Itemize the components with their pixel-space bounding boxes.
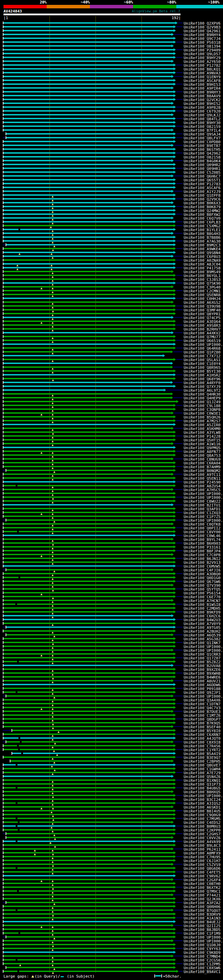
- hit-bar[interactable]: [3, 420, 173, 422]
- hit-bar[interactable]: [3, 183, 173, 184]
- hit-bar[interactable]: [3, 344, 173, 345]
- hit-bar[interactable]: [3, 898, 173, 899]
- hit-bar[interactable]: [6, 902, 173, 903]
- hit-bar[interactable]: [3, 30, 173, 31]
- hit-bar[interactable]: [3, 271, 172, 272]
- hit-bar[interactable]: [3, 145, 172, 146]
- hit-bar[interactable]: [3, 531, 173, 532]
- hit-bar[interactable]: [3, 860, 173, 861]
- hit-bar[interactable]: [3, 932, 173, 934]
- hit-bar[interactable]: [3, 940, 172, 942]
- hit-bar[interactable]: [6, 695, 172, 697]
- hit-bar[interactable]: [3, 229, 173, 230]
- hit-bar[interactable]: [3, 493, 173, 494]
- hit-bar[interactable]: [3, 80, 173, 81]
- hit-bar[interactable]: [3, 252, 173, 253]
- hit-bar[interactable]: [3, 167, 173, 169]
- hit-label[interactable]: UniRef100_B9AVC1: [184, 970, 221, 974]
- hit-bar[interactable]: [3, 49, 173, 51]
- hit-bar[interactable]: [3, 963, 173, 964]
- hit-bar[interactable]: [3, 565, 173, 566]
- hit-bar[interactable]: [3, 527, 173, 528]
- hit-bar[interactable]: [3, 22, 175, 24]
- hit-bar[interactable]: [3, 232, 172, 234]
- hit-bar[interactable]: [3, 95, 173, 96]
- hit-bar[interactable]: [3, 703, 173, 704]
- hit-bar[interactable]: [3, 256, 172, 257]
- hit-bar[interactable]: [3, 156, 173, 158]
- hit-bar[interactable]: [6, 519, 173, 521]
- hit-bar[interactable]: [3, 447, 173, 448]
- hit-bar[interactable]: [3, 267, 173, 268]
- hit-bar[interactable]: [3, 435, 173, 437]
- hit-bar[interactable]: [3, 129, 172, 131]
- hit-bar[interactable]: [3, 389, 164, 391]
- hit-bar[interactable]: [3, 57, 173, 58]
- hit-bar[interactable]: [3, 951, 173, 953]
- hit-bar[interactable]: [3, 722, 173, 724]
- hit-bar[interactable]: [3, 546, 173, 547]
- hit-bar[interactable]: [3, 38, 173, 39]
- hit-bar[interactable]: [3, 894, 172, 896]
- hit-bar[interactable]: [3, 275, 173, 276]
- hit-bar[interactable]: [3, 841, 173, 842]
- hit-bar[interactable]: [3, 890, 173, 892]
- hit-bar[interactable]: [3, 103, 172, 104]
- hit-bar[interactable]: [3, 584, 172, 586]
- hit-bar[interactable]: [3, 573, 173, 574]
- hit-bar[interactable]: [3, 347, 173, 349]
- hit-bar[interactable]: [3, 523, 172, 525]
- hit-bar[interactable]: [3, 948, 173, 949]
- hit-bar[interactable]: [3, 378, 173, 379]
- hit-bar[interactable]: [3, 385, 173, 387]
- hit-bar[interactable]: [3, 867, 173, 869]
- hit-bar[interactable]: [3, 213, 173, 215]
- hit-bar[interactable]: [3, 558, 173, 559]
- hit-bar[interactable]: [3, 259, 173, 261]
- hit-bar[interactable]: [3, 282, 173, 284]
- hit-bar[interactable]: [3, 290, 173, 291]
- hit-bar[interactable]: [3, 508, 173, 509]
- hit-bar[interactable]: [3, 745, 173, 746]
- hit-bar[interactable]: [3, 764, 173, 765]
- hit-bar[interactable]: [3, 187, 173, 188]
- hit-bar[interactable]: [3, 749, 173, 750]
- hit-bar[interactable]: [3, 959, 173, 961]
- hit-bar[interactable]: [3, 225, 173, 226]
- hit-bar[interactable]: [3, 672, 173, 674]
- hit-bar[interactable]: [3, 592, 173, 593]
- hit-bar[interactable]: [3, 852, 173, 853]
- hit-bar[interactable]: [3, 864, 172, 865]
- hit-bar[interactable]: [3, 802, 173, 804]
- hit-bar[interactable]: [3, 649, 172, 651]
- hit-bar[interactable]: [3, 913, 173, 915]
- hit-bar[interactable]: [3, 221, 173, 223]
- hit-bar[interactable]: [3, 783, 173, 784]
- hit-bar[interactable]: [6, 627, 173, 628]
- hit-bar[interactable]: [3, 829, 173, 830]
- hit-bar[interactable]: [3, 191, 172, 192]
- hit-bar[interactable]: [3, 485, 173, 486]
- hit-bar[interactable]: [3, 611, 173, 612]
- hit-bar[interactable]: [3, 707, 173, 708]
- hit-bar[interactable]: [3, 756, 173, 758]
- hit-bar[interactable]: [3, 412, 172, 414]
- hit-bar[interactable]: [3, 653, 173, 655]
- hit-bar[interactable]: [3, 806, 172, 808]
- hit-bar[interactable]: [3, 68, 173, 70]
- hit-bar[interactable]: [3, 397, 171, 398]
- hit-bar[interactable]: [3, 236, 173, 238]
- hit-bar[interactable]: [3, 642, 173, 643]
- hit-bar[interactable]: [6, 967, 173, 968]
- hit-bar[interactable]: [3, 795, 173, 796]
- hit-bar[interactable]: [3, 217, 172, 219]
- hit-bar[interactable]: [3, 466, 173, 467]
- hit-bar[interactable]: [6, 569, 172, 571]
- hit-bar[interactable]: [3, 325, 173, 326]
- hit-bar[interactable]: [3, 454, 173, 456]
- hit-bar[interactable]: [3, 294, 173, 295]
- hit-bar[interactable]: [3, 581, 173, 582]
- hit-bar[interactable]: [3, 504, 172, 506]
- hit-bar[interactable]: [3, 871, 173, 873]
- hit-bar[interactable]: [3, 206, 173, 207]
